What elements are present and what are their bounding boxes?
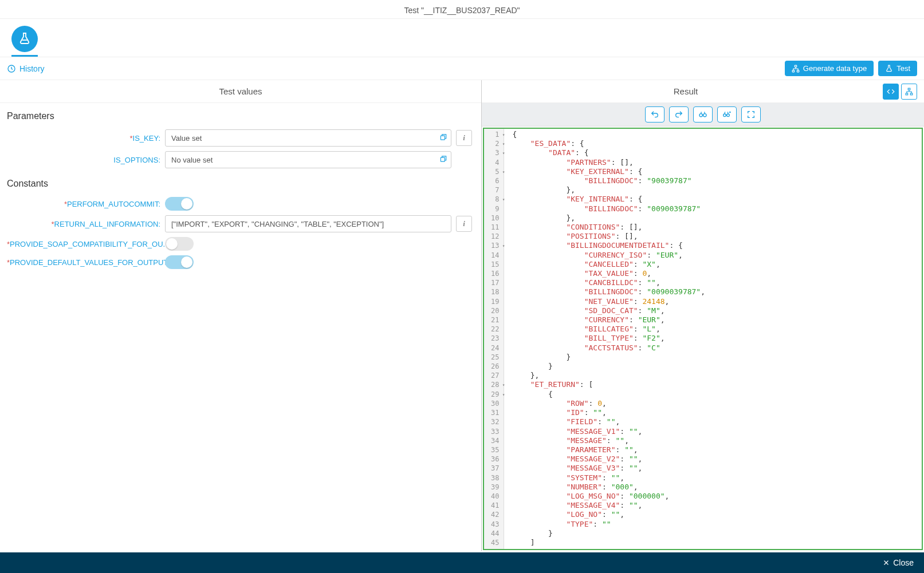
svg-rect-2 [792,70,795,72]
svg-rect-1 [795,65,797,67]
svg-point-9 [699,114,702,117]
binoculars-plus-icon [722,110,732,119]
fullscreen-button[interactable] [741,106,761,122]
undo-button[interactable] [645,106,665,122]
tree-icon [905,88,913,96]
redo-button[interactable] [669,106,689,122]
param-input[interactable]: No value set [165,151,451,168]
test-button[interactable]: Test [878,61,917,76]
result-header: Result [489,86,883,96]
result-pane: Result [482,80,924,551]
redo-icon [674,110,683,119]
svg-rect-4 [441,136,445,140]
replace-button[interactable] [717,106,737,122]
constant-label: *PERFORM_AUTOCOMMIT: [7,200,160,208]
icon-tab-bar [0,19,924,57]
constant-row: *PERFORM_AUTOCOMMIT: [0,195,481,213]
code-content[interactable]: { "ES_DATA": { "DATA": { "PARTNERS": [],… [504,129,922,549]
param-label: IS_OPTIONS: [7,156,160,164]
expand-icon [746,110,756,119]
undo-icon [650,110,659,119]
clock-icon [7,64,16,73]
constant-row: *PROVIDE_SOAP_COMPATIBILITY_FOR_OU...: [0,235,481,253]
tree-view-toggle[interactable] [901,84,917,100]
history-label: History [19,64,45,73]
svg-rect-3 [797,70,799,72]
svg-point-10 [703,114,706,117]
info-icon[interactable]: i [456,216,472,232]
svg-rect-7 [906,93,908,94]
constant-label: *PROVIDE_SOAP_COMPATIBILITY_FOR_OU...: [7,240,160,248]
info-icon[interactable]: i [456,130,472,146]
flask-icon [885,65,893,73]
toggle-switch[interactable] [165,255,194,269]
code-editor[interactable]: 1234567891011121314151617181920212223242… [483,128,923,550]
constant-row: *RETURN_ALL_INFORMATION:["IMPORT", "EXPO… [0,213,481,235]
app-title: Test "__ITIZ__BUS2037_READ" [0,0,924,19]
constant-row: *PROVIDE_DEFAULT_VALUES_FOR_OUTPUT: [0,253,481,271]
search-button[interactable] [693,106,713,122]
flask-tab-icon[interactable] [11,26,38,52]
code-view-toggle[interactable] [883,84,899,100]
toolbar: History Generate data type Test [0,57,924,80]
binoculars-icon [698,110,707,119]
svg-rect-5 [441,157,445,161]
svg-point-11 [724,114,726,117]
toggle-switch[interactable] [165,237,194,251]
param-input[interactable]: Value set [165,129,451,147]
code-icon [887,88,895,96]
constant-label: *RETURN_ALL_INFORMATION: [7,220,160,228]
line-gutter: 1234567891011121314151617181920212223242… [484,129,504,549]
editor-toolbar [482,103,924,127]
generate-data-type-button[interactable]: Generate data type [785,61,874,76]
svg-rect-6 [908,88,910,90]
svg-rect-8 [910,93,913,94]
close-button[interactable]: Close [883,558,914,567]
footer-bar: Close [0,552,924,573]
popup-icon[interactable] [439,133,447,143]
close-icon [883,559,890,566]
parameters-heading: Parameters [0,103,481,127]
active-tab-indicator [11,55,38,57]
test-values-pane: Test values Parameters *IS_KEY:Value set… [0,80,482,551]
param-row: *IS_KEY:Value seti [0,127,481,149]
tree-icon [792,65,800,73]
constant-label: *PROVIDE_DEFAULT_VALUES_FOR_OUTPUT: [7,258,160,267]
toggle-switch[interactable] [165,197,194,211]
test-values-header: Test values [0,80,481,103]
param-row: IS_OPTIONS:No value set [0,149,481,171]
history-link[interactable]: History [7,64,45,73]
constant-input[interactable]: ["IMPORT", "EXPORT", "CHANGING", "TABLE"… [165,215,451,232]
param-label: *IS_KEY: [7,134,160,143]
constants-heading: Constants [0,171,481,195]
popup-icon[interactable] [439,155,447,165]
svg-point-12 [727,114,730,117]
